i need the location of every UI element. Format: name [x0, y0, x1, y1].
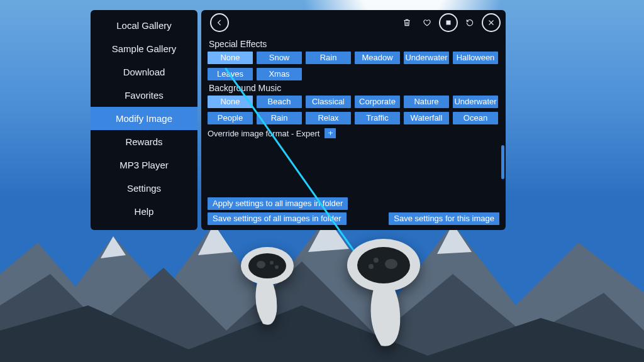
- svg-point-6: [275, 265, 279, 269]
- music-classical[interactable]: Classical: [306, 96, 351, 108]
- settings-panel: Local Gallery Sample Gallery Download Fa…: [91, 10, 506, 230]
- music-waterfall[interactable]: Waterfall: [404, 112, 449, 124]
- chevron-left-icon: [215, 18, 224, 27]
- music-traffic[interactable]: Traffic: [355, 112, 400, 124]
- override-expand-button[interactable]: +: [325, 128, 336, 138]
- music-rain[interactable]: Rain: [257, 112, 302, 124]
- override-row: Override image format - Expert +: [208, 128, 499, 138]
- effect-leaves[interactable]: Leaves: [208, 68, 253, 80]
- sidebar-item-download[interactable]: Download: [91, 60, 197, 84]
- apply-all-button[interactable]: Apply settings to all images in folder: [208, 197, 348, 210]
- svg-rect-0: [447, 21, 450, 25]
- favorite-button[interactable]: [419, 14, 435, 31]
- bottom-actions: Apply settings to all images in folder S…: [201, 194, 506, 230]
- svg-point-11: [369, 264, 374, 269]
- music-nature[interactable]: Nature: [404, 96, 449, 108]
- effect-xmas[interactable]: Xmas: [257, 68, 302, 80]
- sidebar-item-rewards[interactable]: Rewards: [91, 130, 197, 153]
- sidebar-item-local-gallery[interactable]: Local Gallery: [91, 14, 197, 37]
- effects-row: None Snow Rain Meadow Underwater Hallowe…: [208, 52, 499, 80]
- music-row: None Beach Classical Corporate Nature Un…: [208, 96, 499, 124]
- music-heading: Background Music: [209, 83, 499, 93]
- scrollbar-thumb[interactable]: [501, 145, 504, 179]
- sidebar: Local Gallery Sample Gallery Download Fa…: [91, 10, 197, 230]
- music-people[interactable]: People: [208, 112, 253, 124]
- vr-controller-right: [340, 233, 434, 352]
- svg-point-9: [385, 259, 397, 269]
- music-none[interactable]: None: [208, 96, 253, 108]
- content-panel: Special Effects None Snow Rain Meadow Un…: [201, 10, 506, 230]
- close-icon: [487, 18, 496, 27]
- music-corporate[interactable]: Corporate: [355, 96, 400, 108]
- svg-point-10: [374, 258, 379, 263]
- undo-icon: [465, 18, 474, 27]
- svg-point-5: [270, 261, 274, 265]
- trash-icon: [402, 18, 411, 27]
- sidebar-item-help[interactable]: Help: [91, 200, 197, 223]
- topbar: [201, 10, 506, 35]
- svg-point-3: [248, 253, 286, 278]
- sidebar-item-settings[interactable]: Settings: [91, 177, 197, 200]
- back-button[interactable]: [210, 13, 229, 32]
- effect-underwater[interactable]: Underwater: [404, 52, 449, 64]
- scrollbar[interactable]: [501, 35, 504, 199]
- sidebar-item-modify-image[interactable]: Modify Image: [91, 107, 197, 130]
- sidebar-item-favorites[interactable]: Favorites: [91, 84, 197, 107]
- override-label: Override image format - Expert: [208, 129, 319, 138]
- stop-icon: [444, 18, 453, 27]
- music-relax[interactable]: Relax: [306, 112, 351, 124]
- save-one-button[interactable]: Save settings for this image: [389, 212, 499, 225]
- sidebar-item-mp3-player[interactable]: MP3 Player: [91, 153, 197, 177]
- effects-heading: Special Effects: [209, 39, 499, 49]
- effect-none[interactable]: None: [208, 52, 253, 64]
- undo-button[interactable]: [462, 14, 478, 31]
- svg-point-8: [357, 247, 410, 283]
- trash-button[interactable]: [399, 14, 415, 31]
- effect-rain[interactable]: Rain: [306, 52, 351, 64]
- vr-controller-left: [233, 242, 302, 330]
- music-ocean[interactable]: Ocean: [453, 112, 498, 124]
- sidebar-item-sample-gallery[interactable]: Sample Gallery: [91, 37, 197, 60]
- effect-snow[interactable]: Snow: [257, 52, 302, 64]
- svg-point-4: [257, 261, 265, 268]
- save-all-button[interactable]: Save settings of all images in folder: [208, 212, 347, 225]
- heart-icon: [423, 18, 431, 27]
- effect-halloween[interactable]: Halloween: [453, 52, 498, 64]
- effect-meadow[interactable]: Meadow: [355, 52, 400, 64]
- music-beach[interactable]: Beach: [257, 96, 302, 108]
- stop-button[interactable]: [439, 13, 458, 32]
- close-button[interactable]: [482, 13, 501, 32]
- music-underwater[interactable]: Underwater: [453, 96, 498, 108]
